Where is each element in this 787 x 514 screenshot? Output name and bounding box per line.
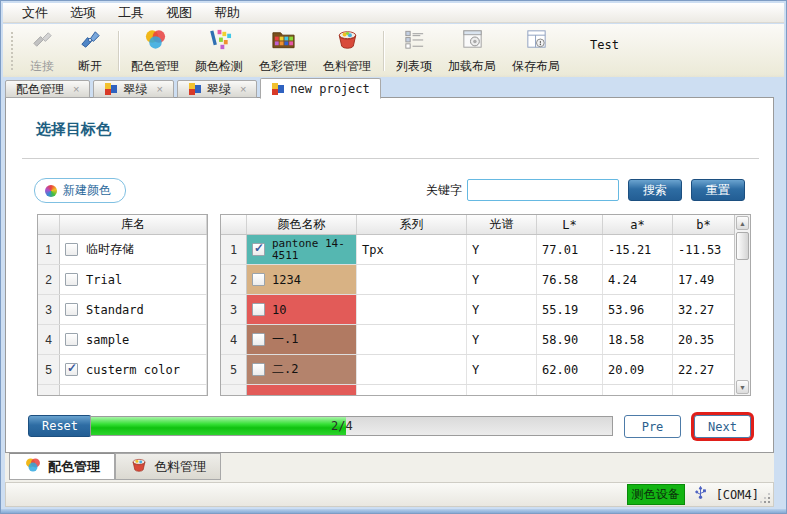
bottom-tab-colorant-manage[interactable]: 色料管理 xyxy=(115,453,221,480)
load-layout-button[interactable]: 加载布局 xyxy=(440,28,504,74)
document-tab-bar: 配色管理 × 翠绿 × 翠绿 × new project xyxy=(5,78,381,98)
l-header[interactable]: L* xyxy=(537,215,603,234)
menu-file[interactable]: 文件 xyxy=(11,3,59,23)
bottom-tab-color-matching[interactable]: 配色管理 xyxy=(9,453,115,480)
color-checkbox[interactable] xyxy=(252,303,265,316)
spectrum-value: Y xyxy=(467,295,537,324)
spectrum-header[interactable]: 光谱 xyxy=(467,215,537,234)
menu-help[interactable]: 帮助 xyxy=(203,3,251,23)
save-layout-button[interactable]: 保存布局 xyxy=(504,28,568,74)
color-checkbox[interactable] xyxy=(252,243,265,256)
library-checkbox[interactable] xyxy=(65,363,78,376)
color-name: pantone 14-4511 xyxy=(272,238,351,262)
toolbar-grip[interactable] xyxy=(9,32,14,70)
spectrum-value: Y xyxy=(467,355,537,384)
disconnect-icon xyxy=(78,27,103,56)
header-cell xyxy=(38,215,60,234)
row-number: 5 xyxy=(38,355,60,384)
color-row[interactable]: 3 10 Y 55.19 53.96 32.27 xyxy=(221,295,734,325)
list-items-button[interactable]: 列表项 xyxy=(388,28,440,74)
library-checkbox[interactable] xyxy=(65,243,78,256)
color-checkbox[interactable] xyxy=(252,363,265,376)
menu-tools[interactable]: 工具 xyxy=(107,3,155,23)
divider xyxy=(22,158,759,159)
color-name: 一.1 xyxy=(272,331,298,348)
color-checkbox[interactable] xyxy=(252,333,265,346)
tab-color-matching[interactable]: 配色管理 × xyxy=(5,80,90,98)
close-icon[interactable]: × xyxy=(156,83,162,95)
menu-bar: 文件 选项 工具 视图 帮助 xyxy=(3,3,784,23)
library-row[interactable]: 2 Trial xyxy=(38,265,207,295)
scroll-up-icon[interactable]: ▲ xyxy=(736,216,749,230)
color-manage-icon xyxy=(271,27,296,56)
color-table-body: 颜色名称 系列 光谱 L* a* b* 1 pantone 14-4511 Tp… xyxy=(221,215,734,395)
color-matching-button[interactable]: 配色管理 xyxy=(123,28,187,74)
library-row[interactable]: 4 sample xyxy=(38,325,207,355)
color-wheel-icon xyxy=(45,185,57,197)
color-row[interactable]: 1 pantone 14-4511 Tpx Y 77.01 -15.21 -11… xyxy=(221,235,734,265)
library-row[interactable]: 3 Standard xyxy=(38,295,207,325)
pre-button[interactable]: Pre xyxy=(624,415,681,438)
new-color-button[interactable]: 新建颜色 xyxy=(34,178,126,203)
color-row[interactable]: 5 二.2 Y 62.00 20.09 22.27 xyxy=(221,355,734,385)
b-value: 17.49 xyxy=(673,265,735,294)
close-icon[interactable]: × xyxy=(240,83,246,95)
library-row[interactable]: 5 custerm color xyxy=(38,355,207,385)
colorant-manage-button[interactable]: 色料管理 xyxy=(315,28,379,74)
library-name: 临时存储 xyxy=(86,241,134,258)
color-row[interactable]: 2 1234 Y 76.58 4.24 17.49 xyxy=(221,265,734,295)
color-detect-button[interactable]: 颜色检测 xyxy=(187,28,251,74)
library-name: Trial xyxy=(86,273,122,287)
save-layout-icon xyxy=(524,27,549,56)
connect-icon xyxy=(30,27,55,56)
empty-cell xyxy=(357,385,467,396)
vertical-scrollbar[interactable]: ▲ ▼ xyxy=(734,215,750,395)
color-name-header[interactable]: 颜色名称 xyxy=(247,215,357,234)
color-row[interactable]: 4 一.1 Y 58.90 18.58 20.35 xyxy=(221,325,734,355)
tab-emerald-1[interactable]: 翠绿 × xyxy=(93,80,173,98)
resize-grip[interactable] xyxy=(761,494,771,504)
wizard-reset-button[interactable]: Reset xyxy=(28,415,92,437)
keyword-input[interactable] xyxy=(467,179,619,201)
page-title: 选择目标色 xyxy=(36,120,111,139)
library-name: custerm color xyxy=(86,363,180,377)
reset-filter-button[interactable]: 重置 xyxy=(691,179,745,201)
b-value: 20.35 xyxy=(673,325,735,354)
library-checkbox[interactable] xyxy=(65,303,78,316)
row-number xyxy=(221,385,247,396)
next-button[interactable]: Next xyxy=(694,415,751,438)
library-checkbox[interactable] xyxy=(65,333,78,346)
row-number: 4 xyxy=(221,325,247,354)
b-header[interactable]: b* xyxy=(673,215,735,234)
color-checkbox[interactable] xyxy=(252,273,265,286)
row-number: 3 xyxy=(38,295,60,324)
disconnect-button[interactable]: 断开 xyxy=(66,28,114,74)
row-number: 1 xyxy=(38,235,60,264)
menu-view[interactable]: 视图 xyxy=(155,3,203,23)
library-checkbox[interactable] xyxy=(65,273,78,286)
a-header[interactable]: a* xyxy=(603,215,673,234)
a-value: 53.96 xyxy=(603,295,673,324)
search-button[interactable]: 搜索 xyxy=(628,179,682,201)
library-name-header[interactable]: 库名 xyxy=(60,215,207,234)
connect-button[interactable]: 连接 xyxy=(18,28,66,74)
puzzle-icon xyxy=(104,82,118,96)
tab-emerald-2[interactable]: 翠绿 × xyxy=(177,80,257,98)
scroll-down-icon[interactable]: ▼ xyxy=(736,380,749,394)
toolbar-separator xyxy=(118,31,119,71)
tab-new-project[interactable]: new project xyxy=(260,78,380,99)
color-name: 1234 xyxy=(272,273,301,287)
series-value xyxy=(357,325,467,354)
color-table-header: 颜色名称 系列 光谱 L* a* b* xyxy=(221,215,734,235)
series-header[interactable]: 系列 xyxy=(357,215,467,234)
spectrum-value: Y xyxy=(467,235,537,264)
color-swatch-cell xyxy=(247,385,357,396)
keyword-label: 关键字 xyxy=(426,182,462,199)
scrollbar-thumb[interactable] xyxy=(736,232,749,260)
series-value xyxy=(357,355,467,384)
menu-options[interactable]: 选项 xyxy=(59,3,107,23)
color-manage-button[interactable]: 色彩管理 xyxy=(251,28,315,74)
disconnect-label: 断开 xyxy=(78,58,102,75)
library-row[interactable]: 1 临时存储 xyxy=(38,235,207,265)
close-icon[interactable]: × xyxy=(73,83,79,95)
